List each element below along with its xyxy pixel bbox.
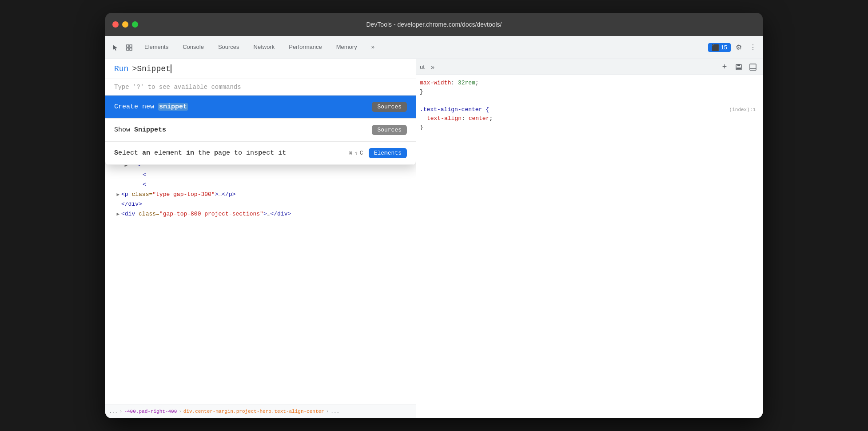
toolbar-right: ⬛ 15 ⚙ ⋮ (708, 41, 759, 54)
tab-more[interactable]: » (364, 36, 382, 59)
minimize-button[interactable] (122, 21, 128, 28)
select-bold-in: in (186, 149, 194, 157)
svg-rect-7 (750, 64, 756, 70)
issues-count: 15 (721, 44, 727, 51)
css-content[interactable]: max-width: 32rem; } .text-align-center {… (416, 75, 763, 418)
cursor-icon[interactable] (109, 41, 121, 54)
command-item-show-snippets[interactable]: Show Snippets Sources (105, 119, 416, 142)
svg-rect-1 (130, 45, 132, 47)
css-entry-max-width: max-width: 32rem; (420, 79, 759, 88)
right-toolbar: ut » + (416, 59, 763, 75)
command-item-create-text: Create new snippet (114, 103, 372, 111)
tab-list: Elements Console Sources Network Perform… (137, 36, 382, 59)
tab-elements[interactable]: Elements (137, 36, 175, 59)
add-rule-icon[interactable]: + (718, 61, 731, 73)
command-item-create-badge: Sources (372, 102, 407, 112)
html-line: ▶ <p class="type gap-top-300">…</p> (105, 190, 416, 200)
snippets-bold: Snippets (134, 126, 166, 134)
svg-rect-3 (130, 48, 132, 50)
titlebar: DevTools - developer.chrome.com/docs/dev… (105, 13, 763, 36)
breadcrumb-ellipsis-right[interactable]: ... (330, 409, 339, 414)
command-input[interactable]: >Snippet (132, 64, 171, 73)
traffic-lights (112, 21, 138, 28)
select-bold-s: S (114, 149, 118, 157)
tab-sources[interactable]: Sources (211, 36, 247, 59)
breadcrumb-bar: ... › -400.pad-right-400 › div.center-ma… (105, 404, 416, 418)
settings-icon[interactable]: ⚙ (733, 41, 745, 54)
command-item-select-badge: Elements (369, 148, 407, 158)
cursor (171, 64, 171, 73)
command-item-show-text: Show Snippets (114, 126, 372, 134)
command-shortcut: ⌘ ⇧ C (349, 150, 363, 157)
select-bold-an: an (142, 149, 150, 157)
svg-rect-0 (127, 45, 129, 47)
issues-icon: ⬛ (712, 44, 719, 51)
maximize-button[interactable] (132, 21, 138, 28)
shortcut-cmd: ⌘ (349, 150, 353, 157)
devtools-body: Elements Console Sources Network Perform… (105, 36, 763, 418)
css-entry-brace-close: } (420, 88, 759, 96)
breadcrumb-class-main[interactable]: div.center-margin.project-hero.text-alig… (183, 409, 324, 414)
svg-rect-6 (737, 68, 741, 69)
command-item-create-snippet[interactable]: Create new snippet Sources (105, 96, 416, 119)
devtools-window: DevTools - developer.chrome.com/docs/dev… (105, 13, 763, 418)
select-bold-p: p (258, 149, 262, 157)
issues-badge[interactable]: ⬛ 15 (708, 43, 731, 52)
dock-icon[interactable] (747, 61, 759, 73)
inspect-icon[interactable] (123, 41, 135, 54)
command-item-select-element[interactable]: Select an element in the page to inspect… (105, 142, 416, 165)
command-menu[interactable]: Run >Snippet Type '?' to see available c… (105, 59, 416, 165)
toolbar: Elements Console Sources Network Perform… (105, 36, 763, 59)
breadcrumb-ellipsis-left[interactable]: ... (109, 409, 118, 414)
elements-panel: Run >Snippet Type '?' to see available c… (105, 59, 416, 418)
css-selector-row: .text-align-center { (index):1 (420, 105, 759, 114)
snippet-highlight: snippet (158, 103, 188, 111)
tab-memory[interactable]: Memory (329, 36, 364, 59)
svg-rect-2 (127, 48, 129, 50)
breadcrumb-class-left[interactable]: -400.pad-right-400 (124, 409, 177, 414)
select-bold-page: p (214, 149, 218, 157)
tab-network[interactable]: Network (247, 36, 282, 59)
css-text-align-row: text-align: center; (420, 114, 759, 123)
window-title: DevTools - developer.chrome.com/docs/dev… (366, 21, 502, 28)
shortcut-key: C (360, 150, 363, 156)
right-more-icon[interactable]: » (426, 61, 439, 73)
command-input-row: Run >Snippet (105, 59, 416, 79)
tab-console[interactable]: Console (175, 36, 211, 59)
css-close-brace-row: } (420, 123, 759, 132)
html-line: </div> (105, 200, 416, 209)
html-line: < (105, 170, 416, 180)
tab-performance[interactable]: Performance (282, 36, 329, 59)
css-panel: ut » + (416, 59, 763, 418)
command-item-show-badge: Sources (372, 125, 407, 135)
html-line: ▶ <div class="gap-top-800 project-sectio… (105, 209, 416, 219)
html-line: < (105, 180, 416, 190)
command-item-select-text: Select an element in the page to inspect… (114, 149, 349, 157)
shortcut-shift: ⇧ (354, 150, 358, 157)
command-hint: Type '?' to see available commands (105, 79, 416, 96)
close-button[interactable] (112, 21, 119, 28)
more-options-icon[interactable]: ⋮ (747, 41, 759, 54)
svg-rect-5 (737, 64, 740, 66)
save-icon[interactable] (733, 61, 745, 73)
content-area: Run >Snippet Type '?' to see available c… (105, 59, 763, 418)
output-label: ut (420, 64, 425, 70)
run-label: Run (114, 64, 128, 73)
